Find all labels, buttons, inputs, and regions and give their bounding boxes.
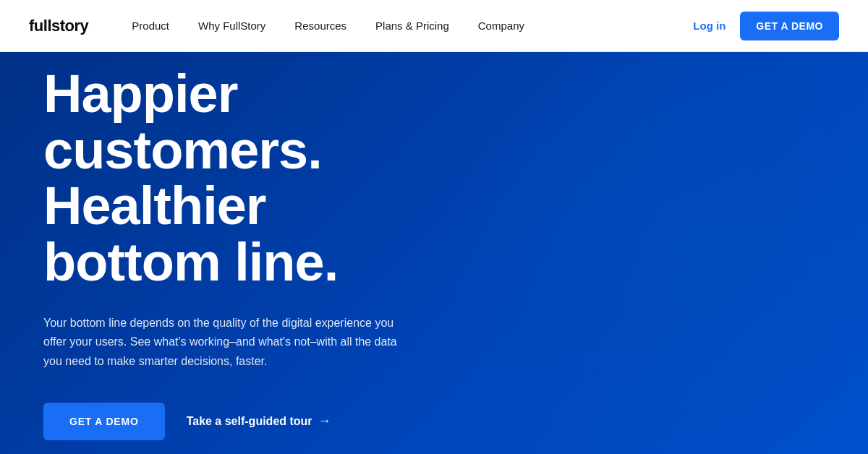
nav-item-why-fullstory[interactable]: Why FullStory bbox=[198, 20, 265, 32]
navbar: fullstory Product Why FullStory Resource… bbox=[0, 0, 868, 52]
nav-item-resources[interactable]: Resources bbox=[294, 20, 346, 32]
self-guided-tour-link[interactable]: Take a self-guided tour → bbox=[187, 414, 331, 429]
hero-actions: GET A DEMO Take a self-guided tour → bbox=[43, 403, 825, 440]
hero-section: Happier customers. Healthier bottom line… bbox=[0, 52, 868, 454]
hero-title: Happier customers. Healthier bottom line… bbox=[43, 66, 448, 291]
get-demo-hero-button[interactable]: GET A DEMO bbox=[43, 403, 165, 440]
nav-item-company[interactable]: Company bbox=[478, 20, 524, 32]
nav-item-product[interactable]: Product bbox=[132, 20, 169, 32]
nav-links: Product Why FullStory Resources Plans & … bbox=[132, 20, 693, 32]
get-demo-nav-button[interactable]: GET A DEMO bbox=[740, 12, 839, 40]
tour-link-text: Take a self-guided tour bbox=[187, 415, 312, 428]
login-link[interactable]: Log in bbox=[693, 20, 726, 32]
arrow-icon: → bbox=[318, 414, 331, 429]
nav-item-plans-pricing[interactable]: Plans & Pricing bbox=[375, 20, 449, 32]
hero-subtitle: Your bottom line depends on the quality … bbox=[43, 314, 412, 371]
nav-actions: Log in GET A DEMO bbox=[693, 12, 839, 40]
logo[interactable]: fullstory bbox=[29, 17, 88, 35]
